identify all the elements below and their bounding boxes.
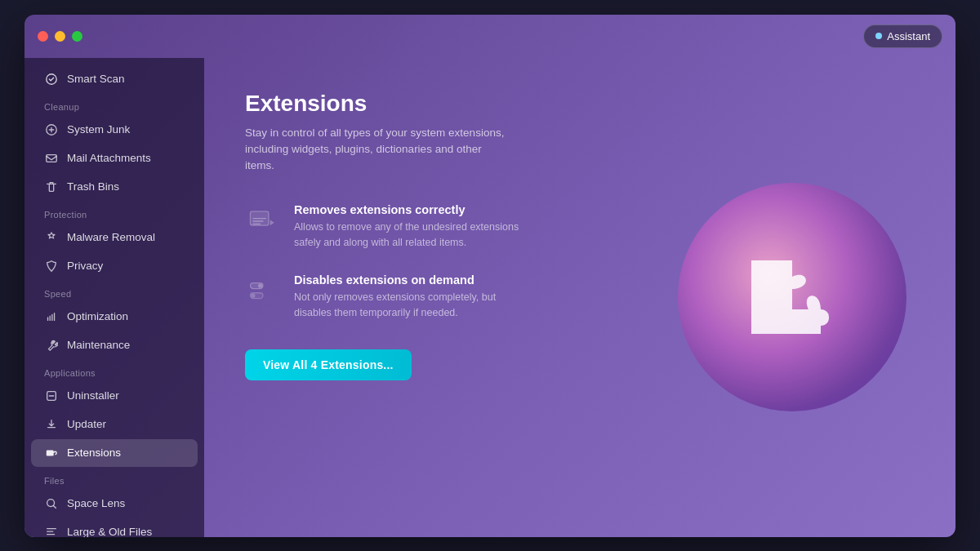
feature-text-disables: Disables extensions on demand Not only r… <box>294 273 523 321</box>
minimize-button[interactable] <box>55 31 65 42</box>
updater-label: Updater <box>67 418 106 430</box>
maintenance-icon <box>44 338 59 353</box>
privacy-label: Privacy <box>67 260 103 272</box>
mail-attachments-label: Mail Attachments <box>67 152 151 164</box>
smart-scan-icon <box>44 72 59 87</box>
extensions-label: Extensions <box>67 447 121 459</box>
assistant-label: Assistant <box>887 30 930 42</box>
sidebar: Smart Scan Cleanup System Junk <box>24 58 204 537</box>
extensions-icon <box>44 446 59 460</box>
removes-icon <box>245 203 281 239</box>
privacy-icon <box>44 259 59 273</box>
removes-title: Removes extensions correctly <box>294 203 523 216</box>
section-label-cleanup: Cleanup <box>24 94 204 115</box>
space-lens-icon <box>44 496 59 511</box>
uninstaller-label: Uninstaller <box>67 389 119 402</box>
hero-illustration <box>678 183 906 411</box>
section-label-applications: Applications <box>24 360 204 381</box>
updater-icon <box>44 417 59 432</box>
sidebar-item-maintenance[interactable]: Maintenance <box>31 331 198 359</box>
sidebar-item-updater[interactable]: Updater <box>31 411 198 438</box>
view-all-extensions-button[interactable]: View All 4 Extensions... <box>245 349 412 380</box>
sidebar-item-extensions[interactable]: Extensions <box>31 439 198 467</box>
system-junk-label: System Junk <box>67 123 130 136</box>
feature-text-removes: Removes extensions correctly Allows to r… <box>294 203 523 251</box>
large-old-files-label: Large & Old Files <box>67 526 152 537</box>
page-description: Stay in control of all types of your sys… <box>245 125 506 175</box>
app-body: Smart Scan Cleanup System Junk <box>24 58 956 537</box>
trash-icon <box>44 180 59 194</box>
smart-scan-label: Smart Scan <box>67 73 125 85</box>
section-label-speed: Speed <box>24 281 204 302</box>
trash-bins-label: Trash Bins <box>67 180 119 193</box>
maintenance-label: Maintenance <box>67 339 130 351</box>
close-button[interactable] <box>38 31 48 42</box>
title-bar: Assistant <box>24 15 956 58</box>
section-label-protection: Protection <box>24 202 204 223</box>
sidebar-item-uninstaller[interactable]: Uninstaller <box>31 382 198 410</box>
sidebar-item-malware-removal[interactable]: Malware Removal <box>31 224 198 251</box>
large-files-icon <box>44 525 59 537</box>
svg-rect-2 <box>47 154 56 162</box>
mail-icon <box>44 151 59 166</box>
assistant-button[interactable]: Assistant <box>863 24 942 48</box>
sidebar-item-smart-scan[interactable]: Smart Scan <box>31 65 198 93</box>
sidebar-item-space-lens[interactable]: Space Lens <box>31 490 198 518</box>
sidebar-item-privacy[interactable]: Privacy <box>31 252 198 280</box>
disables-desc: Not only removes extensions completely, … <box>294 290 523 321</box>
optimization-icon <box>44 309 59 324</box>
sidebar-item-mail-attachments[interactable]: Mail Attachments <box>31 144 198 172</box>
space-lens-label: Space Lens <box>67 497 125 509</box>
sidebar-item-trash-bins[interactable]: Trash Bins <box>31 173 198 201</box>
malware-icon <box>44 230 59 245</box>
puzzle-icon <box>735 244 849 350</box>
disables-title: Disables extensions on demand <box>294 273 523 287</box>
system-junk-icon <box>44 122 59 137</box>
disables-icon <box>245 273 281 309</box>
section-label-files: Files <box>24 468 204 489</box>
app-window: Assistant Smart Scan Cleanup <box>24 15 956 537</box>
svg-rect-4 <box>47 450 54 455</box>
malware-removal-label: Malware Removal <box>67 231 155 243</box>
optimization-label: Optimization <box>67 310 128 322</box>
uninstaller-icon <box>44 389 59 403</box>
removes-desc: Allows to remove any of the undesired ex… <box>294 220 523 251</box>
assistant-dot-icon <box>875 33 882 39</box>
svg-point-9 <box>258 283 262 287</box>
sidebar-item-large-old-files[interactable]: Large & Old Files <box>31 518 198 537</box>
sidebar-item-optimization[interactable]: Optimization <box>31 303 198 331</box>
main-content: Extensions Stay in control of all types … <box>204 58 956 537</box>
traffic-lights <box>38 31 82 42</box>
svg-point-11 <box>251 293 255 297</box>
maximize-button[interactable] <box>72 31 82 42</box>
page-title: Extensions <box>245 91 915 117</box>
sidebar-item-system-junk[interactable]: System Junk <box>31 116 198 144</box>
